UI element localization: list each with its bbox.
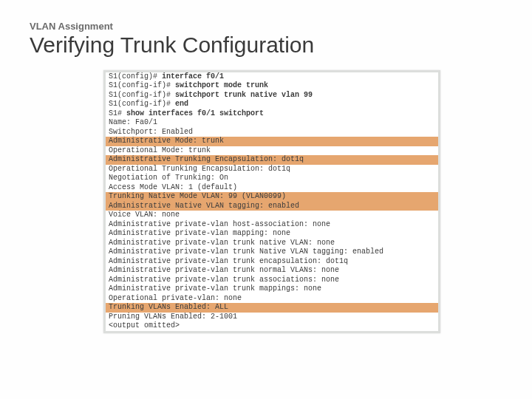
terminal-line: S1# show interfaces f0/1 switchport <box>106 109 438 119</box>
terminal-line: Administrative Native VLAN tagging: enab… <box>106 202 438 211</box>
terminal-output: S1(config)# interface f0/1S1(config-if)#… <box>106 72 438 331</box>
terminal-line: Trunking Native Mode VLAN: 99 (VLAN0099) <box>106 192 438 202</box>
terminal-line-bold: switchport trunk native vlan 99 <box>175 91 313 99</box>
terminal-line: Administrative private-vlan trunk associ… <box>106 276 438 285</box>
terminal-line-bold: end <box>175 100 188 108</box>
terminal-line: Pruning VLANs Enabled: 2-1001 <box>106 313 438 322</box>
terminal-line: S1(config-if)# switchport trunk native v… <box>106 91 438 100</box>
terminal-line: Administrative private-vlan trunk Native… <box>106 248 438 257</box>
terminal-line-text: S1(config-if)# <box>109 81 175 89</box>
terminal-line: Administrative private-vlan trunk native… <box>106 239 438 248</box>
terminal-line: Administrative private-vlan mapping: non… <box>106 229 438 239</box>
terminal-line-text: S1(config-if)# <box>109 100 175 108</box>
terminal-line: Administrative private-vlan trunk mappin… <box>106 284 438 294</box>
terminal-line: Trunking VLANs Enabled: ALL <box>106 303 438 313</box>
terminal-line-bold: show interfaces f0/1 switchport <box>126 109 264 117</box>
terminal-line: <output omitted> <box>106 321 438 331</box>
terminal-line: Administrative private-vlan trunk encaps… <box>106 257 438 267</box>
terminal-line: Voice VLAN: none <box>106 211 438 220</box>
terminal-line-bold: switchport mode trunk <box>175 81 268 89</box>
terminal-line: Access Mode VLAN: 1 (default) <box>106 183 438 193</box>
terminal-line-text: S1(config)# <box>109 72 162 81</box>
terminal-line: Operational Trunking Encapsulation: dot1… <box>106 165 438 174</box>
terminal-line: S1(config-if)# switchport mode trunk <box>106 81 438 91</box>
terminal-line: Name: Fa0/1 <box>106 118 438 128</box>
terminal-line: Administrative Mode: trunk <box>106 137 438 146</box>
terminal-line: Administrative Trunking Encapsulation: d… <box>106 155 438 165</box>
slide-title: Verifying Trunk Configuration <box>30 33 502 57</box>
terminal-line: Switchport: Enabled <box>106 128 438 137</box>
slide-kicker: VLAN Assignment <box>30 21 502 32</box>
terminal-line: S1(config-if)# end <box>106 100 438 109</box>
terminal-frame: S1(config)# interface f0/1S1(config-if)#… <box>103 70 440 333</box>
terminal-line-text: S1(config-if)# <box>109 91 175 99</box>
terminal-line: S1(config)# interface f0/1 <box>106 72 438 82</box>
terminal-line: Operational private-vlan: none <box>106 294 438 304</box>
terminal-line: Operational Mode: trunk <box>106 146 438 156</box>
slide: VLAN Assignment Verifying Trunk Configur… <box>0 0 532 333</box>
terminal-line: Administrative private-vlan host-associa… <box>106 220 438 230</box>
terminal-line-bold: interface f0/1 <box>162 72 224 81</box>
terminal-line-text: S1# <box>109 109 126 117</box>
terminal-line: Negotiation of Trunking: On <box>106 174 438 183</box>
terminal-line: Administrative private-vlan trunk normal… <box>106 266 438 276</box>
